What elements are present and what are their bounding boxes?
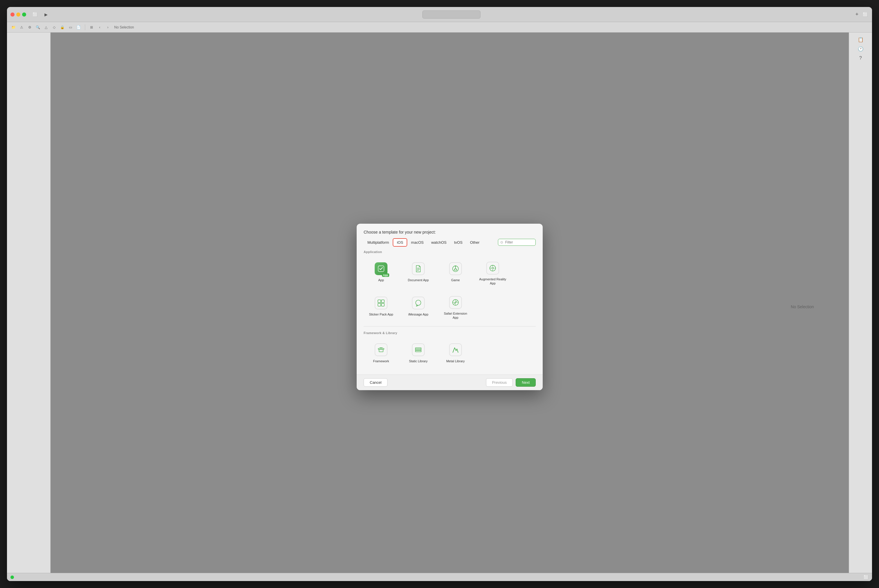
maximize-button[interactable] [22,12,26,16]
template-game[interactable]: Game [438,256,440,288]
tab-watchos[interactable]: watchOS [427,238,440,246]
xcode-window: ⬜ ▶ + ⬜ 📁 ⚠ ⚙ 🔍 △ ◇ 🔒 ▭ 📄 ⊞ ‹ › No Selec… [7,7,440,294]
template-app[interactable]: App App [364,256,398,288]
template-safari-extension[interactable]: Safari Extension App [438,291,440,294]
tab-macos[interactable]: macOS [407,238,427,246]
no-selection-label: No Selection [113,25,134,29]
template-document-app[interactable]: Document App [401,256,436,288]
lock-icon[interactable]: 🔒 [59,24,65,30]
search-icon[interactable]: 🔍 [35,24,41,30]
folder-icon[interactable]: 📁 [11,24,16,30]
sidebar-toggle-icon[interactable]: ⬜ [32,11,38,18]
modal-overlay: Choose a template for your new project: … [51,33,440,294]
minimize-button[interactable] [16,12,20,16]
rect-icon[interactable]: ▭ [68,24,73,30]
grid-icon[interactable]: ⊞ [89,24,95,30]
traffic-lights [11,12,26,16]
application-grid: App App [364,256,440,294]
section-application: Application [364,247,440,256]
doc-icon[interactable]: 📄 [75,24,81,30]
sidebar [7,33,51,294]
main-content: No Selection Choose a template for your … [51,33,440,294]
document-icon [412,262,425,275]
tab-multiplatform[interactable]: Multiplatform [364,238,393,246]
tab-bar: Multiplatform iOS macOS watchOS tvOS Oth… [357,235,440,247]
template-area: Application [357,247,440,294]
template-imessage[interactable]: iMessage App [401,291,436,294]
diamond-icon[interactable]: ◇ [51,24,57,30]
back-icon[interactable]: ‹ [97,24,103,30]
warning-icon[interactable]: ⚠ [19,24,24,30]
secondary-toolbar: 📁 ⚠ ⚙ 🔍 △ ◇ 🔒 ▭ 📄 ⊞ ‹ › No Selection [7,22,440,33]
close-button[interactable] [11,12,15,16]
app-icon [375,262,388,275]
titlebar: ⬜ ▶ + ⬜ [7,7,440,22]
template-document-label: Document App [408,278,429,282]
alert-icon[interactable]: △ [43,24,49,30]
app-icon-wrapper: App [374,261,389,276]
template-app-label: App [378,278,384,282]
scheme-selector[interactable] [422,10,440,19]
template-sticker-pack[interactable]: Sticker Pack App [364,291,398,294]
app-badge: App [382,273,389,277]
run-button[interactable]: ▶ [42,11,50,18]
document-icon-wrapper [411,261,426,276]
dialog-header: Choose a template for your new project: [357,224,440,235]
template-dialog: Choose a template for your new project: … [357,224,440,294]
tab-ios[interactable]: iOS [393,238,407,247]
settings-icon[interactable]: ⚙ [27,24,33,30]
dialog-title: Choose a template for your new project: [364,230,436,234]
content-area: No Selection Choose a template for your … [7,33,440,294]
forward-icon[interactable]: › [105,24,111,30]
